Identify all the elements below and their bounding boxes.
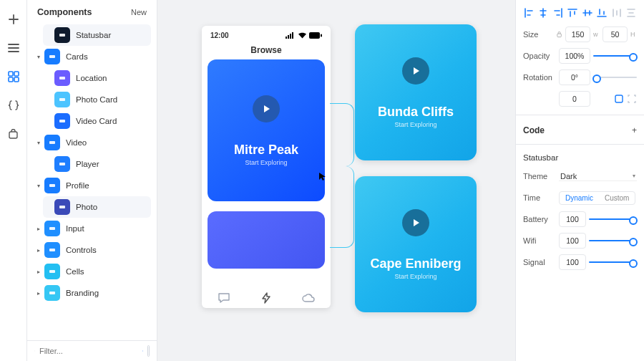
tree-item-statusbar[interactable]: Statusbar [43,24,151,46]
grid-view-icon[interactable] [147,345,150,357]
list-view-icon[interactable] [142,347,143,355]
svg-rect-6 [49,55,55,58]
align-center-v-icon[interactable] [582,7,593,19]
tree-header-cells[interactable]: ▸Cells [33,261,151,282]
align-top-icon[interactable] [567,7,579,19]
tree-header-cards[interactable]: ▾Cards [33,46,151,67]
tree-label: Location [76,74,107,82]
chevron-icon: ▾ [37,140,44,146]
time-toggle[interactable]: Dynamic Custom [559,191,635,205]
rotation-slider[interactable] [593,69,637,85]
component-icon [44,178,60,193]
new-button[interactable]: New [131,8,147,16]
distribute-h-icon[interactable] [611,7,623,19]
time-label: Time [523,193,556,202]
svg-rect-12 [49,184,55,187]
chevron-icon: ▾ [37,183,44,189]
code-braces-icon[interactable] [7,99,20,112]
statusbar-component[interactable]: 12:00 [208,32,325,39]
card-cape-enniberg[interactable]: Cape Enniberg Start Exploring [355,176,477,312]
tree-item-video-card[interactable]: Video Card [43,110,151,132]
width-input[interactable]: 150 [565,27,590,42]
svg-rect-22 [292,32,293,39]
card-secondary[interactable] [208,211,325,269]
battery-input[interactable]: 100 [559,211,586,227]
filter-input[interactable] [39,347,138,355]
svg-rect-3 [14,77,19,82]
wifi-slider[interactable] [589,233,637,249]
opacity-label: Opacity [523,52,556,60]
tree-item-player[interactable]: Player [43,153,151,175]
chevron-icon: ▸ [37,226,44,232]
card-title: Mitre Peak [234,143,298,158]
independent-corners-icon[interactable] [627,94,637,104]
tree-label: Cards [66,52,88,61]
canvas[interactable]: 12:00 Browse Mitre Peak Start Exploring … [157,0,515,361]
svg-rect-15 [49,249,55,251]
tree-label: Controls [66,246,97,254]
connector-line [330,166,354,248]
card-subtitle: Start Exploring [394,121,436,128]
alignment-tools [523,6,637,21]
svg-rect-10 [49,141,55,144]
tree-header-controls[interactable]: ▸Controls [33,239,151,261]
align-right-icon[interactable] [552,7,564,19]
tree-label: Statusbar [76,31,111,39]
add-code-icon[interactable]: + [632,125,637,135]
tree-header-video[interactable]: ▾Video [33,132,151,153]
add-icon[interactable] [7,13,20,26]
signal-input[interactable]: 100 [559,254,586,270]
tree-label: Player [76,160,99,168]
theme-select[interactable]: Dark ▾ [559,172,637,181]
chat-icon[interactable] [218,292,230,304]
connector-line [330,103,354,166]
wifi-input[interactable]: 100 [559,233,586,249]
components-icon[interactable] [7,70,20,83]
play-icon[interactable] [402,57,429,85]
card-mitre-peak[interactable]: Mitre Peak Start Exploring [208,59,325,201]
component-icon [44,285,60,301]
opacity-slider[interactable] [593,48,637,64]
rotation-input[interactable]: 0° [559,69,590,85]
inspector-panel: Size 150w 50H Opacity 100% Rotation 0° 0… [515,0,644,361]
cloud-icon[interactable] [302,292,315,304]
svg-rect-0 [9,72,13,76]
lock-icon[interactable] [556,31,562,38]
menu-icon[interactable] [7,42,20,54]
height-input[interactable]: 50 [602,27,628,42]
status-time: 12:00 [210,32,229,39]
package-icon[interactable] [7,127,20,140]
phone-frame[interactable]: 12:00 Browse Mitre Peak Start Exploring [202,26,331,308]
play-icon[interactable] [253,95,280,122]
tree-header-input[interactable]: ▸Input [33,218,151,239]
tree-item-location[interactable]: Location [43,67,151,89]
corner-radius-icon[interactable] [614,94,624,104]
opacity-input[interactable]: 100% [559,48,590,64]
tree-header-branding[interactable]: ▸Branding [33,282,151,304]
distribute-v-icon[interactable] [626,7,638,19]
signal-icon [286,32,296,39]
tree-label: Video Card [76,117,117,125]
wifi-label: Wifi [523,236,556,245]
tree-header-profile[interactable]: ▾Profile [33,175,151,196]
svg-rect-11 [59,163,65,165]
play-icon[interactable] [402,209,429,236]
svg-rect-8 [59,98,65,101]
align-center-h-icon[interactable] [538,7,550,19]
radius-input[interactable]: 0 [559,91,590,107]
align-bottom-icon[interactable] [597,7,608,19]
card-title: Bunda Cliffs [378,105,454,120]
code-section-label: Code [523,125,545,135]
battery-slider[interactable] [589,211,637,227]
browse-title: Browse [208,45,325,55]
component-tree: Statusbar▾CardsLocationPhoto CardVideo C… [27,23,157,340]
card-bunda-cliffs[interactable]: Bunda Cliffs Start Exploring [355,24,477,160]
signal-slider[interactable] [589,254,637,270]
tree-item-photo-card[interactable]: Photo Card [43,89,151,110]
align-left-icon[interactable] [523,7,535,19]
bolt-icon[interactable] [261,292,271,304]
tree-item-photo[interactable]: Photo [43,196,151,218]
svg-point-18 [34,351,35,352]
battery-icon [309,32,322,39]
wifi-icon [298,32,307,39]
